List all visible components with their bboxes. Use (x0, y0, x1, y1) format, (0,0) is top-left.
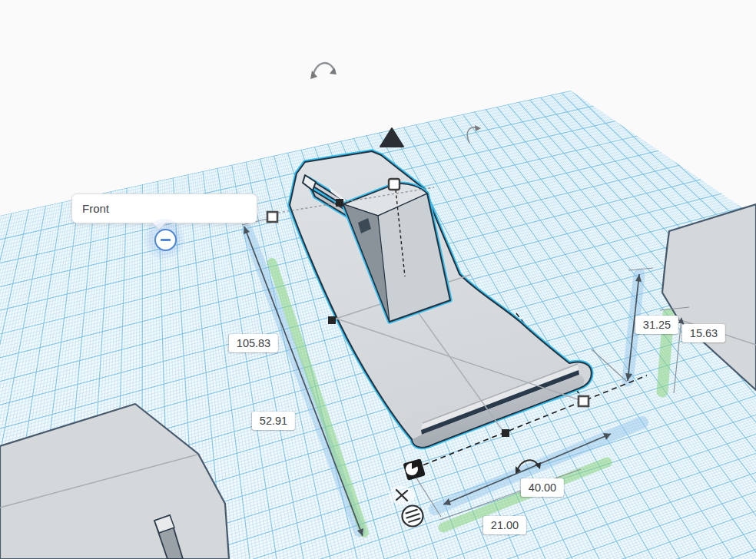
menu-circle-icon[interactable] (403, 506, 423, 527)
viewport-3d[interactable]: Front 105.83 52.91 31.25 15.63 40.00 21.… (0, 0, 756, 559)
height-scale-handle[interactable] (389, 179, 400, 190)
tooltip-label: Front (72, 194, 257, 223)
dim-label-depth[interactable]: 105.83 (229, 334, 278, 352)
mid-scale-handle[interactable] (328, 316, 336, 324)
corner-scale-handle[interactable] (267, 212, 277, 222)
dim-label-depth-mid[interactable]: 52.91 (252, 412, 295, 430)
dim-label-width[interactable]: 40.00 (521, 478, 564, 497)
scene-canvas[interactable] (0, 0, 756, 559)
dim-label-height-mid[interactable]: 15.63 (682, 324, 725, 342)
minus-button[interactable] (154, 229, 177, 251)
minus-icon (161, 239, 171, 241)
corner-scale-handle[interactable] (579, 396, 589, 406)
close-x-icon[interactable] (389, 486, 415, 504)
view-orientation-tooltip: Front (71, 194, 257, 223)
dim-label-width-mid[interactable]: 21.00 (483, 516, 526, 534)
mid-scale-handle[interactable] (502, 429, 509, 437)
mid-scale-handle[interactable] (336, 199, 343, 207)
dim-label-height[interactable]: 31.25 (635, 316, 678, 334)
